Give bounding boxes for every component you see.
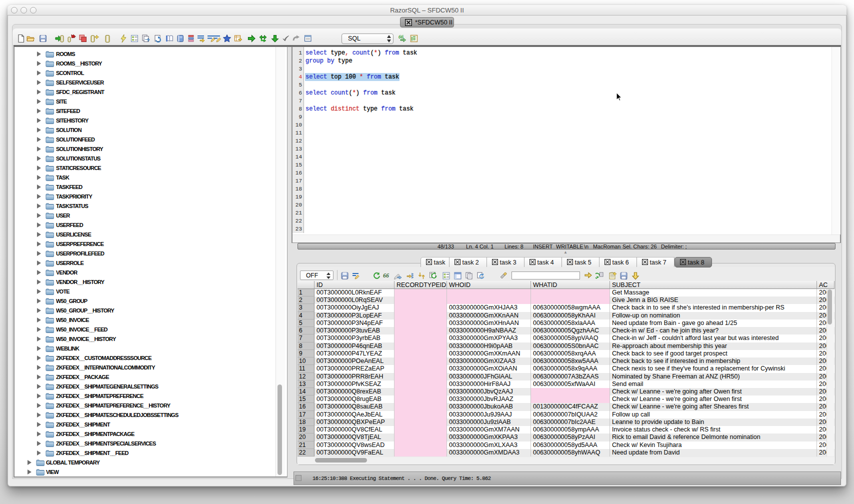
svg-text:66: 66 (383, 272, 389, 279)
svg-text:66: 66 (398, 34, 404, 40)
